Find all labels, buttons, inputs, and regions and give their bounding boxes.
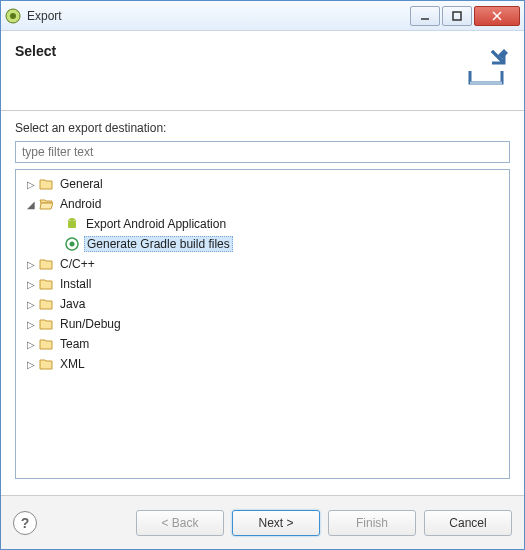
tree-item-rundebug[interactable]: ▷ Run/Debug — [18, 314, 507, 334]
export-tree[interactable]: ▷ General ◢ Android Export Android Appli… — [15, 169, 510, 479]
close-button[interactable] — [474, 6, 520, 26]
tree-label: Export Android Application — [84, 217, 228, 231]
window-title: Export — [27, 9, 410, 23]
next-button[interactable]: Next > — [232, 510, 320, 536]
svg-point-9 — [73, 220, 74, 221]
tree-label: XML — [58, 357, 87, 371]
android-icon — [64, 216, 80, 232]
tree-label: Java — [58, 297, 87, 311]
maximize-button[interactable] — [442, 6, 472, 26]
svg-point-1 — [10, 13, 16, 19]
tree-label: Install — [58, 277, 93, 291]
window-controls — [410, 6, 520, 26]
chevron-right-icon[interactable]: ▷ — [24, 299, 38, 310]
svg-rect-3 — [453, 12, 461, 20]
minimize-button[interactable] — [410, 6, 440, 26]
cancel-button[interactable]: Cancel — [424, 510, 512, 536]
tree-item-java[interactable]: ▷ Java — [18, 294, 507, 314]
page-title: Select — [15, 43, 56, 59]
tree-label: Generate Gradle build files — [84, 236, 233, 252]
app-icon — [5, 8, 21, 24]
svg-point-11 — [70, 242, 75, 247]
back-button[interactable]: < Back — [136, 510, 224, 536]
dialog-content: Select an export destination: ▷ General … — [1, 111, 524, 489]
folder-icon — [38, 336, 54, 352]
export-icon — [462, 43, 510, 91]
folder-icon — [38, 256, 54, 272]
titlebar[interactable]: Export — [1, 1, 524, 31]
chevron-right-icon[interactable]: ▷ — [24, 359, 38, 370]
tree-label: General — [58, 177, 105, 191]
chevron-right-icon[interactable]: ▷ — [24, 319, 38, 330]
finish-button[interactable]: Finish — [328, 510, 416, 536]
folder-open-icon — [38, 196, 54, 212]
button-bar: ? < Back Next > Finish Cancel — [1, 495, 524, 549]
dialog-header: Select — [1, 31, 524, 111]
svg-point-8 — [69, 220, 70, 221]
folder-icon — [38, 276, 54, 292]
chevron-right-icon[interactable]: ▷ — [24, 339, 38, 350]
tree-item-android[interactable]: ◢ Android — [18, 194, 507, 214]
tree-label: C/C++ — [58, 257, 97, 271]
export-dialog: Export Select Select an export destinati… — [0, 0, 525, 550]
filter-input[interactable] — [15, 141, 510, 163]
gradle-icon — [64, 236, 80, 252]
chevron-right-icon[interactable]: ▷ — [24, 279, 38, 290]
tree-item-general[interactable]: ▷ General — [18, 174, 507, 194]
tree-item-ccpp[interactable]: ▷ C/C++ — [18, 254, 507, 274]
help-button[interactable]: ? — [13, 511, 37, 535]
chevron-down-icon[interactable]: ◢ — [24, 199, 38, 210]
tree-label: Team — [58, 337, 91, 351]
chevron-right-icon[interactable]: ▷ — [24, 179, 38, 190]
tree-label: Run/Debug — [58, 317, 123, 331]
folder-icon — [38, 316, 54, 332]
folder-icon — [38, 176, 54, 192]
tree-item-generate-gradle[interactable]: Generate Gradle build files — [18, 234, 507, 254]
folder-icon — [38, 296, 54, 312]
tree-item-xml[interactable]: ▷ XML — [18, 354, 507, 374]
prompt-label: Select an export destination: — [15, 121, 510, 135]
chevron-right-icon[interactable]: ▷ — [24, 259, 38, 270]
tree-item-export-android-app[interactable]: Export Android Application — [18, 214, 507, 234]
svg-rect-7 — [68, 222, 76, 228]
tree-label: Android — [58, 197, 103, 211]
tree-item-install[interactable]: ▷ Install — [18, 274, 507, 294]
tree-item-team[interactable]: ▷ Team — [18, 334, 507, 354]
folder-icon — [38, 356, 54, 372]
